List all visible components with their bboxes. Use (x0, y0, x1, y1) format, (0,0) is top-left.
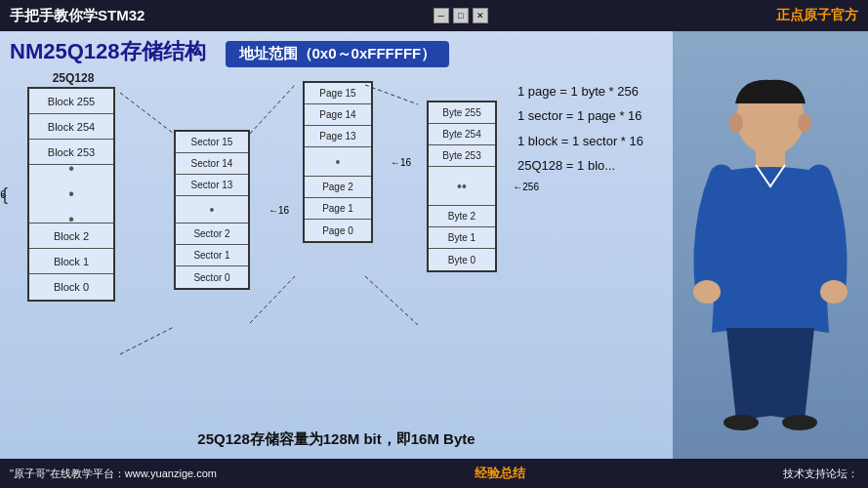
person-area (673, 31, 868, 459)
byte-row-1: Byte 1 (429, 227, 495, 249)
byte-row-dots: •• (429, 167, 495, 206)
bottom-bar: "原子哥"在线教学平台：www.yuanzige.com 经验总结 技术支持论坛… (0, 459, 868, 488)
page-title: NM25Q128存储结构 (10, 39, 206, 64)
close-btn[interactable]: ✕ (473, 8, 488, 23)
byte-side-label: ←256 (513, 182, 539, 192)
page-row-13: Page 13 (305, 126, 371, 147)
byte-row-254: Byte 254 (429, 124, 495, 145)
byte-row-2: Byte 2 (429, 206, 495, 227)
sector-row-1: Sector 1 (176, 245, 248, 266)
maximize-btn[interactable]: □ (453, 8, 469, 23)
page-row-0: Page 0 (305, 220, 371, 241)
sector-row-13: Sector 13 (176, 175, 248, 196)
block-top-label: 25Q128 (10, 71, 137, 85)
sector-container: Sector 15 Sector 14 Sector 13 • Sector 2… (174, 130, 250, 290)
page-row-1: Page 1 (305, 198, 371, 220)
block-row-254: Block 254 (29, 114, 113, 140)
sector-row-2: Sector 2 (176, 224, 248, 245)
svg-line-1 (120, 327, 174, 354)
bottom-brand: 经验总结 (475, 465, 525, 482)
sector-side-label: ←16 (269, 205, 289, 216)
byte-row-255: Byte 255 (429, 102, 495, 124)
bottom-left-text: "原子哥"在线教学平台：www.yuanzige.com (10, 467, 217, 481)
page-row-2: Page 2 (305, 177, 371, 198)
svg-line-2 (250, 85, 295, 134)
top-bar-title: 手把手教你学STM32 (10, 7, 145, 25)
page-side-label: ←16 (391, 157, 411, 168)
svg-point-10 (723, 415, 759, 430)
brand-label: 正点原子官方 (776, 7, 858, 24)
sector-row-14: Sector 14 (176, 153, 248, 175)
svg-point-11 (782, 415, 817, 430)
sector-row-0: Sector 0 (176, 266, 248, 288)
sector-row-15: Sector 15 (176, 132, 248, 153)
block-row-dots: ••• (29, 165, 113, 224)
page-container: Page 15 Page 14 Page 13 • Page 2 Page 1 … (303, 81, 373, 243)
top-bar: 手把手教你学STM32 ─ □ ✕ 正点原子官方 (0, 0, 868, 31)
block-row-255: Block 255 (29, 89, 113, 114)
bottom-right-text: 技术支持论坛： (783, 467, 858, 481)
byte-row-0: Byte 0 (429, 249, 495, 270)
block-row-0: Block 0 (29, 274, 113, 300)
minimize-btn[interactable]: ─ (434, 8, 449, 23)
bottom-caption: 25Q128存储容量为128M bit，即16M Byte (10, 430, 663, 449)
block-container: Block 255 Block 254 Block 253 ••• Block … (27, 87, 115, 302)
svg-point-12 (729, 113, 743, 133)
block-brace-left: { (2, 87, 8, 302)
byte-container: Byte 255 Byte 254 Byte 253 •• Byte 2 Byt… (427, 101, 497, 272)
sector-row-dots: • (176, 196, 248, 224)
page-row-15: Page 15 (305, 83, 371, 104)
svg-point-9 (820, 280, 847, 304)
person-silhouette (692, 60, 848, 430)
page-row-14: Page 14 (305, 104, 371, 126)
byte-row-253: Byte 253 (429, 145, 495, 167)
svg-point-8 (693, 280, 721, 304)
block-row-1: Block 1 (29, 249, 113, 274)
address-range: 地址范围（0x0～0xFFFFFF） (226, 41, 450, 67)
svg-point-13 (798, 113, 811, 133)
window-controls[interactable]: ─ □ ✕ (434, 8, 488, 23)
svg-line-5 (365, 276, 418, 325)
page-row-dots: • (305, 147, 371, 177)
